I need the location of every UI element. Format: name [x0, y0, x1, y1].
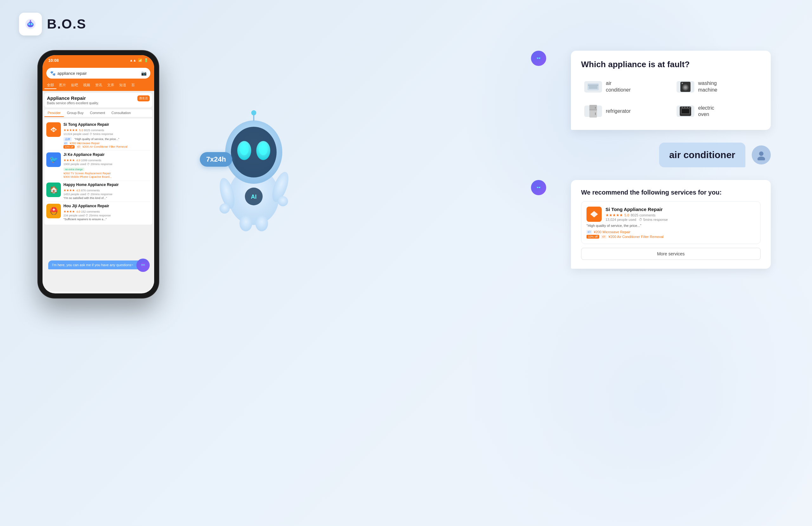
sub-nav-comment[interactable]: Comment: [87, 109, 108, 117]
happy-response: ⏱ 20mins response: [87, 193, 112, 196]
robot-container: 7x24h: [190, 95, 317, 254]
phone-container: 10:08 ▲▲ 📶 🔋 🐾 appliance repair 📷 全部 图片: [38, 51, 159, 298]
svg-point-39: [684, 86, 687, 89]
logo-svg: [24, 17, 38, 31]
search-bar[interactable]: 🐾 appliance repair 📷: [43, 65, 154, 82]
user-avatar: [752, 146, 771, 164]
svg-point-50: [684, 107, 685, 108]
sitong-stars: ★★★★★: [63, 128, 78, 132]
happy-quote: "I'm so satisfied with this kind of...": [63, 196, 150, 200]
nav-tab-news[interactable]: 资讯: [92, 82, 105, 89]
houjiji-stars: ★★★★: [63, 210, 75, 213]
rec-sitong-name: Si Tong Appliance Repair: [606, 207, 755, 212]
svg-rect-48: [682, 109, 689, 114]
svg-point-28: [535, 55, 542, 61]
happy-name: Happy Home Appliance Repair: [63, 182, 150, 187]
rec-sitong-response: ⏱ 5mins response: [639, 218, 668, 222]
search-input-box[interactable]: 🐾 appliance repair 📷: [46, 68, 150, 79]
air-conditioner-label: airconditioner: [606, 80, 630, 93]
ai-bubble-text: I'm here, you can ask me if you have any…: [52, 263, 133, 267]
service-item-sitong[interactable]: 四通 Si Tong Appliance Repair ★★★★★ 5.0 80…: [46, 120, 150, 151]
appliance-washing-machine[interactable]: washingmachine: [673, 77, 760, 97]
svg-point-54: [757, 156, 765, 160]
nav-tab-video[interactable]: 视频: [81, 82, 92, 89]
houjiji-people: 234 people used: [63, 214, 85, 217]
rec-sitong-quote: "High quality of service, the price...": [586, 224, 755, 227]
nav-tab-all[interactable]: 全部: [44, 82, 56, 89]
more-services-button[interactable]: More services: [581, 248, 760, 260]
svg-point-25: [255, 215, 268, 231]
sitong-price1-icon: 🏷: [63, 141, 68, 145]
top-card-badge: 惠生活: [137, 95, 150, 101]
top-card-subtitle: Baidu service offers excellent quality.: [47, 101, 99, 105]
camera-icon[interactable]: 📷: [141, 71, 147, 76]
phone-frame: 10:08 ▲▲ 📶 🔋 🐾 appliance repair 📷 全部 图片: [38, 51, 159, 298]
svg-point-16: [240, 142, 249, 155]
air-conditioner-icon: [584, 81, 602, 92]
happy-rating: 4.5: [76, 189, 81, 192]
nav-tab-library[interactable]: 文库: [105, 82, 117, 89]
user-reply-bubble-wrapper: air conditioner: [549, 142, 771, 167]
sub-nav-group-buy[interactable]: Group Buy: [64, 109, 87, 117]
svg-point-52: [689, 107, 691, 108]
sitong-price1: 🏷 ¥200 Microwave Repair: [63, 141, 150, 145]
washing-machine-label: washingmachine: [698, 80, 717, 93]
bot-question-text: Which appliance is at fault?: [581, 60, 760, 70]
svg-point-22: [219, 204, 230, 213]
sitong-rating: 5.0: [79, 129, 84, 132]
bot-avatar-question: [531, 51, 546, 66]
logo-icon: [19, 13, 42, 35]
svg-point-40: [682, 83, 683, 84]
sitong-meta: 13,024 people used ⏱ 5mins response: [63, 133, 150, 136]
service-item-happy[interactable]: 🏠 Happy Home Appliance Repair ★★★★ 4.5 8…: [46, 181, 150, 202]
baidu-paw-icon: 🐾: [50, 71, 56, 76]
svg-text:四通: 四通: [52, 129, 56, 131]
nav-tabs: 全部 图片 贴吧 视频 资讯 文库 知道 百: [43, 82, 154, 91]
top-card-title: Appliance Repair: [47, 95, 99, 101]
nav-tab-tieba[interactable]: 贴吧: [69, 82, 81, 89]
happy-logo-icon: 🏠: [49, 186, 58, 194]
svg-rect-35: [589, 88, 598, 88]
washing-machine-icon: [677, 81, 694, 92]
happy-logo: 🏠: [46, 182, 61, 197]
svg-point-17: [259, 142, 268, 155]
ac-svg: [587, 83, 599, 91]
appliance-refrigerator[interactable]: refrigerator: [581, 102, 668, 121]
service-item-houjiji[interactable]: ⛑️ Hou Jiji Appliance Repair ★★★★ 4.0 15…: [46, 202, 150, 223]
sitong-price2: 10% off 🏷 ¥200 Air Conditioner Filter Re…: [63, 145, 150, 148]
rec-sitong-logo: [586, 207, 602, 222]
robot-badge: 7x24h: [200, 152, 232, 167]
sub-nav-provider[interactable]: Provider: [44, 109, 64, 117]
svg-rect-42: [589, 105, 597, 110]
happy-info: Happy Home Appliance Repair ★★★★ 4.5 876…: [63, 182, 150, 200]
rec-sitong-people: 13,024 people used: [606, 218, 636, 222]
sitong-people: 13,024 people used: [63, 133, 88, 136]
nav-tab-zhidao[interactable]: 知道: [117, 82, 129, 89]
nav-tab-images[interactable]: 图片: [56, 82, 69, 89]
bot-rec-title: We recommend the following services for …: [581, 189, 760, 196]
rec-service-card-sitong[interactable]: Si Tong Appliance Repair ★★★★★ 5.0 8025 …: [581, 201, 760, 244]
svg-text:AI: AI: [251, 194, 257, 200]
header: B.O.S: [19, 13, 86, 35]
svg-point-9: [142, 264, 143, 266]
sub-nav-consultation[interactable]: Consultation: [108, 109, 134, 117]
nav-tab-more[interactable]: 百: [129, 82, 137, 89]
sub-nav: Provider Group Buy Comment Consultation: [44, 109, 152, 117]
appliance-air-conditioner[interactable]: airconditioner: [581, 77, 668, 97]
rec-discount-badge: 10% off: [586, 235, 599, 239]
fridge-svg: [589, 104, 598, 118]
bot-avatar-rec-svg: [534, 183, 543, 192]
bot-question-bubble: Which appliance is at fault? airconditio…: [571, 51, 771, 130]
rec-logo-svg: [589, 209, 599, 219]
happy-people: 1453 people used: [63, 193, 86, 196]
status-time: 10:08: [48, 58, 59, 63]
service-item-jike[interactable]: 🐦 Ji Ke Appliance Repair ★★★★ 4.9 1099 c…: [46, 151, 150, 181]
rec-price-2: 10% off 🏷 ¥200 Air Conditioner Filter Re…: [586, 235, 755, 239]
houjiji-meta: 234 people used ⏱ 25mins response: [63, 214, 150, 217]
jike-price1: ¥260 TV Screen Replacement Repair: [63, 172, 150, 175]
svg-point-24: [240, 215, 252, 231]
svg-point-2: [28, 23, 30, 25]
appliance-electric-oven[interactable]: electricoven: [673, 102, 760, 121]
wifi-icon: 📶: [138, 58, 142, 62]
svg-rect-4: [29, 21, 32, 23]
